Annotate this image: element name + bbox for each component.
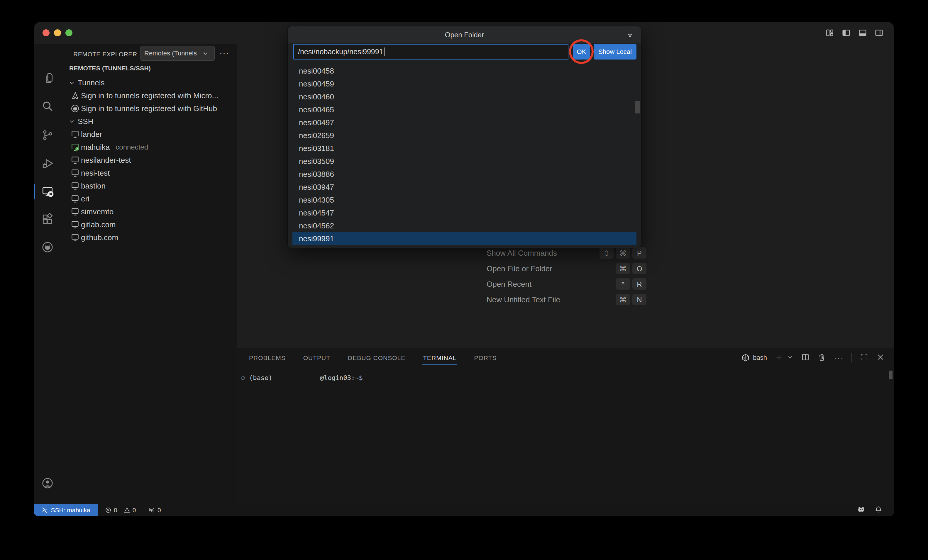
remotes-tree: Tunnels Sign in to tunnels registered wi… bbox=[62, 76, 237, 244]
sidebar-title: REMOTE EXPLORER bbox=[73, 51, 137, 58]
explorer-icon[interactable] bbox=[41, 72, 54, 84]
keycap: P bbox=[632, 247, 646, 259]
run-and-debug-icon[interactable] bbox=[41, 157, 54, 170]
shortcut-label: New Untitled Text File bbox=[487, 295, 560, 304]
ports-status[interactable]: 0 bbox=[148, 504, 161, 516]
terminal-launch-chevron-icon[interactable] bbox=[787, 354, 794, 362]
keycap: ⌘ bbox=[616, 247, 630, 259]
shell-prompt: @login03:~$ bbox=[320, 374, 363, 381]
terminal-scrollbar[interactable] bbox=[889, 371, 893, 379]
terminal-content[interactable]: ○ (base) @login03:~$ bbox=[241, 373, 272, 382]
source-control-icon[interactable] bbox=[41, 129, 54, 142]
tree-item-ssh-host[interactable]: gitlab.com bbox=[62, 218, 237, 231]
tree-item-ssh-host[interactable]: nesilander-test bbox=[62, 154, 237, 166]
tree-group-ssh[interactable]: SSH bbox=[62, 115, 237, 128]
toggle-primary-sidebar-icon[interactable] bbox=[841, 28, 851, 38]
list-item[interactable]: nesi00497 bbox=[288, 116, 641, 129]
list-item[interactable]: nesi03181 bbox=[288, 142, 641, 155]
conda-env: (base) bbox=[249, 374, 272, 381]
list-item-selected[interactable]: nesi99991 bbox=[292, 232, 636, 245]
tree-item-signin-github[interactable]: Sign in to tunnels registered with GitHu… bbox=[62, 102, 237, 115]
keycap: O bbox=[632, 263, 646, 275]
list-item[interactable]: nesi03509 bbox=[288, 155, 641, 168]
vm-icon bbox=[70, 168, 80, 178]
search-icon[interactable] bbox=[41, 100, 54, 113]
list-item[interactable]: nesi03947 bbox=[288, 181, 641, 194]
tab-problems[interactable]: PROBLEMS bbox=[249, 350, 286, 365]
tree-item-ssh-host[interactable]: github.com bbox=[62, 231, 237, 244]
customize-layout-icon[interactable] bbox=[825, 28, 835, 38]
list-item[interactable]: nesi00460 bbox=[288, 90, 641, 103]
section-header[interactable]: REMOTES (TUNNELS/SSH) bbox=[69, 65, 151, 72]
remote-icon bbox=[41, 507, 48, 514]
keycap: N bbox=[632, 294, 646, 306]
tab-output[interactable]: OUTPUT bbox=[303, 350, 331, 365]
keycap: ^ bbox=[616, 278, 630, 291]
tab-ports[interactable]: PORTS bbox=[473, 350, 497, 365]
toggle-secondary-sidebar-icon[interactable] bbox=[874, 28, 884, 38]
toggle-panel-icon[interactable] bbox=[858, 28, 867, 38]
warning-icon bbox=[124, 507, 131, 514]
maximize-panel-icon[interactable] bbox=[860, 353, 868, 363]
text-cursor bbox=[384, 47, 385, 56]
terminal-shell-item[interactable]: $ bash bbox=[741, 353, 767, 362]
tree-item-ssh-host[interactable]: lander bbox=[62, 128, 237, 141]
close-panel-icon[interactable] bbox=[876, 353, 885, 363]
tree-item-signin-microsoft[interactable]: Sign in to tunnels registered with Micro… bbox=[62, 89, 237, 102]
chevron-down-icon bbox=[202, 50, 209, 57]
keycap: ⇧ bbox=[600, 247, 614, 259]
vm-icon bbox=[70, 220, 80, 229]
bottom-panel: PROBLEMS OUTPUT DEBUG CONSOLE TERMINAL P… bbox=[237, 348, 894, 505]
shortcut-label: Open Recent bbox=[487, 280, 531, 289]
panel-more-actions-icon[interactable]: ··· bbox=[834, 353, 844, 362]
tree-item-ssh-host[interactable]: eri bbox=[62, 192, 237, 205]
list-item[interactable]: nesi02659 bbox=[288, 129, 641, 142]
tree-item-ssh-host[interactable]: nesi-test bbox=[62, 166, 237, 179]
keycap: ⌘ bbox=[616, 294, 630, 306]
extensions-icon[interactable] bbox=[41, 213, 54, 226]
eye-icon[interactable] bbox=[626, 31, 634, 41]
close-window-button[interactable] bbox=[43, 29, 50, 37]
folder-suggestion-list: nesi00458 nesi00459 nesi00460 nesi00465 … bbox=[288, 64, 641, 245]
tree-item-ssh-host[interactable]: simvemto bbox=[62, 205, 237, 218]
svg-text:$: $ bbox=[743, 357, 745, 360]
remote-explorer-icon[interactable] bbox=[41, 185, 54, 198]
list-item[interactable]: nesi00465 bbox=[288, 103, 641, 116]
shortcut-label: Open File or Folder bbox=[487, 264, 552, 273]
kill-terminal-icon[interactable] bbox=[817, 353, 826, 363]
remote-view-selector[interactable]: Remotes (Tunnels bbox=[140, 46, 215, 61]
folder-path-input[interactable]: /nesi/nobackup/nesi99991 bbox=[293, 44, 568, 60]
notifications-bell-icon[interactable] bbox=[874, 505, 882, 515]
show-local-button[interactable]: Show Local bbox=[594, 44, 636, 60]
github-icon bbox=[70, 104, 80, 113]
divider bbox=[852, 353, 852, 362]
list-item[interactable]: nesi04305 bbox=[288, 194, 641, 206]
new-terminal-icon[interactable] bbox=[775, 353, 783, 363]
list-item[interactable]: nesi04562 bbox=[288, 219, 641, 232]
copilot-status-icon[interactable] bbox=[857, 505, 865, 515]
account-icon[interactable] bbox=[41, 477, 54, 490]
tab-debug-console[interactable]: DEBUG CONSOLE bbox=[347, 350, 406, 365]
shortcut-label: Show All Commands bbox=[487, 249, 557, 258]
tree-group-tunnels[interactable]: Tunnels bbox=[62, 76, 237, 89]
vm-icon bbox=[70, 130, 80, 139]
split-terminal-icon[interactable] bbox=[801, 353, 810, 363]
tree-item-ssh-host-connected[interactable]: mahuika connected bbox=[62, 141, 237, 154]
list-item[interactable]: nesi04547 bbox=[288, 206, 641, 219]
dialog-scrollbar[interactable] bbox=[635, 101, 640, 113]
list-item[interactable]: nesi00459 bbox=[288, 78, 641, 90]
ok-button[interactable]: OK bbox=[573, 44, 590, 60]
remote-indicator[interactable]: SSH: mahuika bbox=[34, 504, 98, 516]
tab-terminal[interactable]: TERMINAL bbox=[422, 350, 457, 365]
chevron-down-icon bbox=[68, 118, 75, 125]
github-icon[interactable] bbox=[41, 241, 54, 253]
zoom-window-button[interactable] bbox=[66, 29, 72, 37]
problems-status[interactable]: 0 0 bbox=[105, 504, 136, 516]
keycap: ⌘ bbox=[616, 263, 630, 275]
more-actions-icon[interactable]: ··· bbox=[220, 48, 229, 58]
list-item[interactable]: nesi03886 bbox=[288, 168, 641, 181]
tree-item-ssh-host[interactable]: bastion bbox=[62, 179, 237, 192]
minimize-window-button[interactable] bbox=[54, 29, 61, 37]
vm-icon bbox=[70, 207, 80, 217]
list-item[interactable]: nesi00458 bbox=[288, 64, 641, 78]
